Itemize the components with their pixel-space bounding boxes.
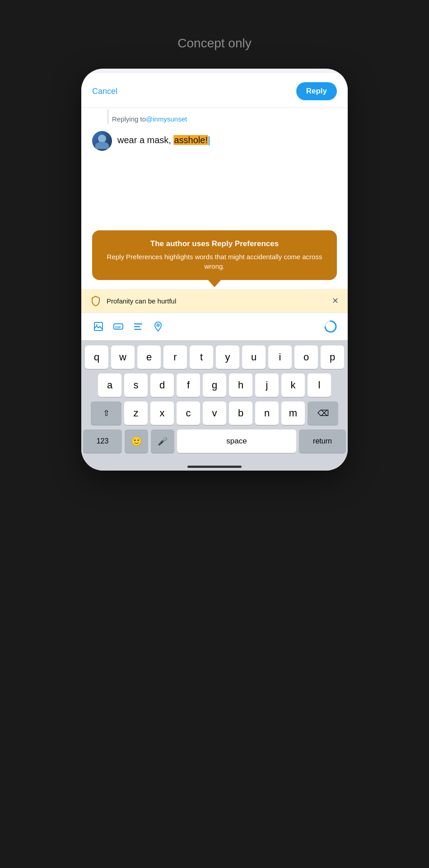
keyboard-row-2: a s d f g h j k l	[83, 373, 346, 397]
key-x[interactable]: x	[150, 401, 174, 425]
numbers-key[interactable]: 123	[83, 429, 122, 453]
replying-to-prefix: Replying to	[112, 115, 146, 123]
key-k[interactable]: k	[281, 373, 305, 397]
compose-row: wear a mask, asshole!	[92, 127, 337, 158]
shield-icon	[90, 295, 101, 306]
page-title: Concept only	[177, 36, 251, 51]
key-s[interactable]: s	[124, 373, 148, 397]
home-indicator	[81, 461, 348, 471]
highlighted-word: asshole!	[173, 135, 208, 145]
key-l[interactable]: l	[308, 373, 331, 397]
key-c[interactable]: c	[177, 401, 200, 425]
cancel-button[interactable]: Cancel	[92, 87, 117, 96]
reply-handle[interactable]: @inmysunset	[146, 115, 187, 123]
backspace-key[interactable]: ⌫	[308, 401, 338, 425]
key-r[interactable]: r	[163, 345, 187, 369]
key-z[interactable]: z	[124, 401, 148, 425]
key-v[interactable]: v	[203, 401, 226, 425]
key-j[interactable]: j	[255, 373, 279, 397]
tooltip-body: Reply Preferences highlights words that …	[103, 252, 326, 271]
return-key[interactable]: return	[299, 429, 346, 453]
key-b[interactable]: b	[229, 401, 252, 425]
key-d[interactable]: d	[150, 373, 174, 397]
poll-icon[interactable]	[130, 318, 146, 335]
compose-header: Cancel Reply	[81, 73, 348, 107]
key-t[interactable]: t	[190, 345, 213, 369]
key-h[interactable]: h	[229, 373, 252, 397]
keyboard-row-3: ⇧ z x c v b n m ⌫	[83, 401, 346, 425]
compose-spacer	[81, 158, 348, 230]
warning-text: Profanity can be hurtful	[107, 297, 176, 305]
home-bar	[187, 466, 242, 468]
location-icon[interactable]	[150, 318, 166, 335]
reply-button[interactable]: Reply	[296, 82, 337, 100]
image-icon[interactable]	[90, 318, 107, 335]
key-p[interactable]: p	[321, 345, 344, 369]
tweet-text-before: wear a mask,	[117, 135, 173, 145]
thread-line	[107, 109, 108, 124]
warning-left: Profanity can be hurtful	[90, 295, 176, 306]
key-o[interactable]: o	[294, 345, 318, 369]
gif-icon[interactable]: GIF	[110, 318, 126, 335]
key-m[interactable]: m	[281, 401, 305, 425]
key-e[interactable]: e	[137, 345, 161, 369]
svg-text:GIF: GIF	[115, 325, 121, 329]
close-warning-button[interactable]: ✕	[332, 296, 339, 306]
compose-sheet: Cancel Reply Replying to @inmysunset wea…	[81, 73, 348, 340]
phone-frame: Cancel Reply Replying to @inmysunset wea…	[81, 69, 348, 471]
key-n[interactable]: n	[255, 401, 279, 425]
avatar-image	[92, 131, 112, 151]
key-w[interactable]: w	[111, 345, 135, 369]
keyboard: q w e r t y u i o p a s d f g h j k l ⇧ …	[81, 340, 348, 461]
svg-rect-6	[134, 329, 141, 330]
svg-rect-4	[134, 323, 142, 325]
text-cursor	[209, 136, 210, 145]
replying-to-row: Replying to @inmysunset	[112, 115, 337, 123]
key-a[interactable]: a	[98, 373, 121, 397]
reply-preferences-tooltip: The author uses Reply Preferences Reply …	[92, 230, 337, 280]
svg-point-1	[96, 324, 98, 326]
keyboard-row-1: q w e r t y u i o p	[83, 345, 346, 369]
key-g[interactable]: g	[203, 373, 226, 397]
svg-rect-5	[134, 326, 140, 327]
shift-key[interactable]: ⇧	[91, 401, 121, 425]
mic-key[interactable]: 🎤	[151, 429, 174, 453]
tooltip-title: The author uses Reply Preferences	[103, 239, 326, 248]
keyboard-row-4: 123 🙂 🎤 space return	[83, 429, 346, 453]
avatar	[92, 131, 112, 151]
toolbar: GIF	[81, 313, 348, 340]
warning-banner: Profanity can be hurtful ✕	[81, 289, 348, 313]
key-y[interactable]: y	[216, 345, 239, 369]
svg-point-7	[157, 324, 159, 327]
compose-text[interactable]: wear a mask, asshole!	[117, 131, 337, 146]
key-q[interactable]: q	[85, 345, 108, 369]
emoji-key[interactable]: 🙂	[125, 429, 148, 453]
key-u[interactable]: u	[242, 345, 266, 369]
reply-area: Replying to @inmysunset wear a mask, ass…	[81, 108, 348, 158]
space-key[interactable]: space	[177, 429, 296, 453]
key-i[interactable]: i	[268, 345, 292, 369]
key-f[interactable]: f	[177, 373, 200, 397]
character-count	[322, 318, 339, 335]
